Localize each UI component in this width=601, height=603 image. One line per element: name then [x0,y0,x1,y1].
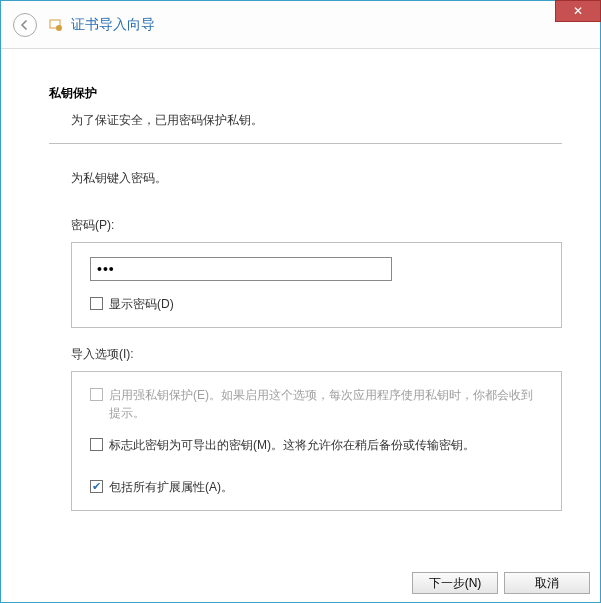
include-ext-row[interactable]: ✔ 包括所有扩展属性(A)。 [90,478,543,496]
include-ext-label: 包括所有扩展属性(A)。 [109,478,233,496]
strong-protect-checkbox [90,388,103,401]
svg-point-1 [56,25,62,31]
import-options-label: 导入选项(I): [71,346,562,363]
section-title: 私钥保护 [49,85,562,102]
mark-exportable-row[interactable]: 标志此密钥为可导出的密钥(M)。这将允许你在稍后备份或传输密钥。 [90,436,543,454]
next-button[interactable]: 下一步(N) [412,572,498,594]
show-password-row[interactable]: 显示密码(D) [90,295,543,313]
content-area: 私钥保护 为了保证安全，已用密码保护私钥。 为私钥键入密码。 密码(P): 显示… [1,49,600,511]
divider [49,143,562,144]
password-group: 密码(P): 显示密码(D) [71,217,562,328]
arrow-left-icon [19,19,31,31]
close-icon: ✕ [573,4,583,18]
include-ext-checkbox[interactable]: ✔ [90,480,103,493]
strong-protect-label: 启用强私钥保护(E)。如果启用这个选项，每次应用程序使用私钥时，你都会收到提示。 [109,386,543,422]
show-password-checkbox[interactable] [90,297,103,310]
back-button[interactable] [13,13,37,37]
close-button[interactable]: ✕ [555,0,601,22]
strong-protect-row: 启用强私钥保护(E)。如果启用这个选项，每次应用程序使用私钥时，你都会收到提示。 [90,386,543,422]
cancel-button[interactable]: 取消 [504,572,590,594]
mark-exportable-checkbox[interactable] [90,438,103,451]
mark-exportable-label: 标志此密钥为可导出的密钥(M)。这将允许你在稍后备份或传输密钥。 [109,436,475,454]
import-options-box: 启用强私钥保护(E)。如果启用这个选项，每次应用程序使用私钥时，你都会收到提示。… [71,371,562,511]
password-label: 密码(P): [71,217,562,234]
window-title: 证书导入向导 [71,16,155,34]
wizard-window: 证书导入向导 ✕ 私钥保护 为了保证安全，已用密码保护私钥。 为私钥键入密码。 … [0,0,601,603]
titlebar: 证书导入向导 ✕ [1,1,600,49]
section-description: 为了保证安全，已用密码保护私钥。 [71,112,562,129]
import-options-group: 导入选项(I): 启用强私钥保护(E)。如果启用这个选项，每次应用程序使用私钥时… [71,346,562,511]
password-prompt: 为私钥键入密码。 [71,170,562,187]
show-password-label: 显示密码(D) [109,295,174,313]
cert-icon [47,16,65,34]
password-box: 显示密码(D) [71,242,562,328]
password-input[interactable] [90,257,392,281]
footer: 下一步(N) 取消 [412,572,590,594]
